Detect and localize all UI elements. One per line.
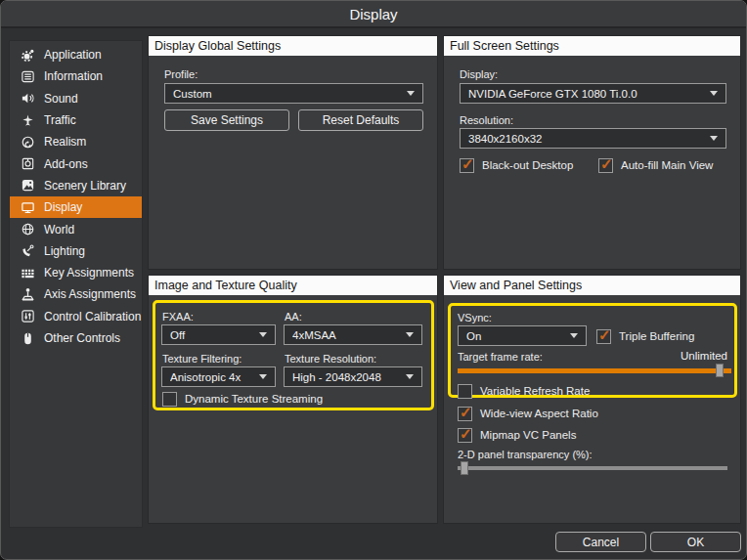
mipmap-vc-panels-checkbox[interactable]: Mipmap VC Panels xyxy=(458,427,576,443)
view-panel-settings-panel: View and Panel Settings VSync: On Triple… xyxy=(443,275,741,524)
texture-filtering-label: Texture Filtering: xyxy=(162,353,242,365)
panel-transparency-slider[interactable] xyxy=(458,461,727,475)
checkbox-box[interactable] xyxy=(162,392,177,407)
image-texture-quality-panel: Image and Texture Quality FXAA: AA: Off … xyxy=(148,275,438,524)
dynamic-texture-streaming-checkbox[interactable]: Dynamic Texture Streaming xyxy=(162,391,323,407)
sidebar-item-label: Scenery Library xyxy=(44,179,126,193)
addon-box-icon xyxy=(20,156,35,172)
panel-title: View and Panel Settings xyxy=(444,276,740,295)
target-frame-rate-value: Unlimited xyxy=(681,350,727,362)
triple-buffering-label: Triple Buffering xyxy=(619,330,694,342)
sidebar-item-label: Sound xyxy=(44,92,78,106)
chevron-down-icon xyxy=(259,332,267,337)
sidebar-item-label: Display xyxy=(44,200,82,214)
sidebar-item-sound[interactable]: Sound xyxy=(10,88,142,109)
sidebar-item-display[interactable]: Display xyxy=(10,196,142,218)
list-icon xyxy=(20,68,35,84)
checkbox-box[interactable] xyxy=(458,407,472,421)
texture-resolution-label: Texture Resolution: xyxy=(285,353,376,365)
panel-title: Full Screen Settings xyxy=(444,36,740,56)
save-settings-button[interactable]: Save Settings xyxy=(164,109,289,131)
aa-dropdown[interactable]: 4xMSAA xyxy=(284,324,422,345)
sidebar-item-label: Lighting xyxy=(44,244,85,258)
resolution-value: 3840x2160x32 xyxy=(468,133,704,145)
fxaa-dropdown[interactable]: Off xyxy=(161,324,276,345)
page-title: Display xyxy=(349,6,397,22)
slider-thumb[interactable] xyxy=(716,364,724,377)
sidebar-item-other-controls[interactable]: Other Controls xyxy=(10,327,142,349)
joystick-icon xyxy=(20,286,35,302)
sidebar-item-label: Information xyxy=(44,69,103,83)
sidebar-item-lighting[interactable]: Lighting xyxy=(10,240,142,262)
display-adapter-dropdown[interactable]: NVIDIA GeForce GTX 1080 Ti.0.0 xyxy=(460,83,726,104)
dynamic-texture-streaming-label: Dynamic Texture Streaming xyxy=(185,393,323,405)
blackout-desktop-checkbox[interactable]: Black-out Desktop xyxy=(460,157,573,173)
title-bar: Display xyxy=(1,1,746,28)
sidebar-item-scenery-library[interactable]: Scenery Library xyxy=(10,175,142,196)
checkbox-box[interactable] xyxy=(458,384,472,399)
speaker-icon xyxy=(20,91,35,107)
wide-view-aspect-ratio-checkbox[interactable]: Wide-view Aspect Ratio xyxy=(458,406,598,421)
sidebar-item-control-calibration[interactable]: Control Calibration xyxy=(10,306,142,327)
ok-button[interactable]: OK xyxy=(650,532,741,552)
checkbox-box[interactable] xyxy=(598,158,613,173)
sidebar-item-world[interactable]: World xyxy=(10,218,142,239)
sidebar-item-application[interactable]: Application xyxy=(10,44,142,65)
sidebar-item-axis-assignments[interactable]: Axis Assignments xyxy=(10,283,142,305)
profile-dropdown[interactable]: Custom xyxy=(164,83,423,104)
chevron-down-icon xyxy=(406,374,414,379)
texture-resolution-dropdown[interactable]: High - 2048x2048 xyxy=(284,366,422,387)
chevron-down-icon xyxy=(406,332,414,337)
mouse-icon xyxy=(20,330,35,346)
sidebar-item-label: World xyxy=(44,223,74,237)
airplane-icon xyxy=(20,112,35,128)
autofill-main-view-label: Auto-fill Main View xyxy=(621,159,713,171)
chevron-down-icon xyxy=(570,333,578,338)
slider-track[interactable] xyxy=(458,368,731,373)
calibration-icon xyxy=(20,309,35,324)
slider-thumb[interactable] xyxy=(461,461,468,475)
gauge-icon xyxy=(20,134,35,150)
mipmap-vc-panels-label: Mipmap VC Panels xyxy=(480,429,576,441)
sidebar-item-realism[interactable]: Realism xyxy=(10,131,142,152)
sidebar-item-label: Realism xyxy=(44,135,86,149)
reset-defaults-button[interactable]: Reset Defaults xyxy=(298,109,423,131)
panel-title: Image and Texture Quality xyxy=(149,276,437,295)
vsync-dropdown[interactable]: On xyxy=(458,325,587,346)
sidebar-item-information[interactable]: Information xyxy=(10,65,142,87)
panel-title: Display Global Settings xyxy=(149,36,437,56)
autofill-main-view-checkbox[interactable]: Auto-fill Main View xyxy=(598,157,713,173)
variable-refresh-rate-checkbox[interactable]: Variable Refresh Rate xyxy=(458,383,590,399)
wide-view-aspect-ratio-label: Wide-view Aspect Ratio xyxy=(480,408,598,419)
texture-filtering-dropdown[interactable]: Anisotropic 4x xyxy=(161,366,276,387)
target-frame-rate-slider[interactable] xyxy=(458,364,731,377)
sidebar-item-label: Control Calibration xyxy=(44,310,141,323)
monitor-icon xyxy=(20,199,35,215)
blackout-desktop-label: Black-out Desktop xyxy=(482,159,573,171)
chevron-down-icon xyxy=(710,91,718,96)
triple-buffering-checkbox[interactable]: Triple Buffering xyxy=(596,328,694,344)
panel-transparency-label: 2-D panel transparency (%): xyxy=(458,449,593,460)
settings-sidebar: Application Information Sound Traffic Re… xyxy=(9,40,143,528)
vsync-value: On xyxy=(466,330,564,342)
sidebar-item-label: Traffic xyxy=(44,113,76,127)
cancel-button[interactable]: Cancel xyxy=(555,532,646,552)
checkbox-box[interactable] xyxy=(458,428,472,443)
sidebar-item-label: Axis Assignments xyxy=(44,287,136,301)
sidebar-item-key-assignments[interactable]: Key Assignments xyxy=(10,262,142,283)
gear-icon xyxy=(20,47,35,63)
checkbox-box[interactable] xyxy=(596,329,611,344)
resolution-dropdown[interactable]: 3840x2160x32 xyxy=(460,128,726,149)
chevron-down-icon xyxy=(259,374,267,379)
ok-button-label: OK xyxy=(687,536,704,549)
slider-track[interactable] xyxy=(458,466,727,470)
texture-filtering-value: Anisotropic 4x xyxy=(170,371,253,383)
sidebar-item-addons[interactable]: Add-ons xyxy=(10,152,142,174)
texture-resolution-value: High - 2048x2048 xyxy=(292,371,400,383)
keyboard-icon xyxy=(20,265,35,280)
sidebar-item-label: Application xyxy=(44,48,102,62)
profile-label: Profile: xyxy=(164,68,198,80)
checkbox-box[interactable] xyxy=(460,158,474,173)
chevron-down-icon xyxy=(710,136,718,141)
sidebar-item-traffic[interactable]: Traffic xyxy=(10,109,142,131)
